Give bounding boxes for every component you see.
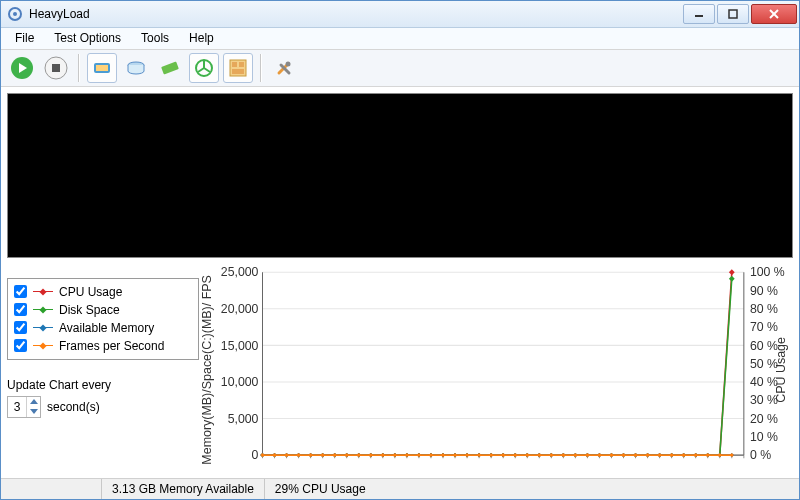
update-interval-spinner[interactable]: [7, 396, 41, 418]
svg-rect-220: [393, 453, 397, 457]
svg-rect-248: [730, 453, 734, 457]
legend-swatch-cpu: [32, 291, 54, 292]
svg-rect-215: [333, 453, 337, 457]
legend-checkbox-fps[interactable]: [14, 339, 27, 352]
svg-rect-228: [489, 453, 493, 457]
status-memory: 3.13 GB Memory Available: [101, 479, 264, 499]
menu-help[interactable]: Help: [181, 29, 222, 47]
update-interval-input[interactable]: [8, 400, 26, 414]
legend-box: CPU Usage Disk Space Available Memory Fr…: [7, 278, 199, 360]
svg-text:15,000: 15,000: [221, 338, 259, 352]
svg-rect-230: [513, 453, 517, 457]
svg-rect-3: [729, 10, 737, 18]
svg-text:70 %: 70 %: [750, 320, 778, 334]
svg-rect-210: [272, 453, 276, 457]
legend-checkbox-memory[interactable]: [14, 321, 27, 334]
svg-rect-212: [296, 453, 300, 457]
svg-rect-236: [585, 453, 589, 457]
app-window: HeavyLoad File Test Options Tools Help: [0, 0, 800, 500]
svg-rect-229: [501, 453, 505, 457]
legend-swatch-memory: [32, 327, 54, 328]
gpu-test-button[interactable]: [189, 53, 219, 83]
svg-rect-243: [669, 453, 673, 457]
legend-checkbox-disk[interactable]: [14, 303, 27, 316]
svg-rect-235: [573, 453, 577, 457]
menu-test-options[interactable]: Test Options: [46, 29, 129, 47]
legend-item-cpu: CPU Usage: [14, 283, 192, 301]
chart-controls: CPU Usage Disk Space Available Memory Fr…: [7, 266, 199, 474]
menu-bar: File Test Options Tools Help: [1, 28, 799, 49]
legend-label: Frames per Second: [59, 339, 164, 353]
svg-rect-223: [429, 453, 433, 457]
legend-swatch-fps: [32, 345, 54, 346]
svg-rect-211: [284, 453, 288, 457]
menu-file[interactable]: File: [7, 29, 42, 47]
options-button[interactable]: [269, 53, 299, 83]
svg-point-19: [286, 61, 291, 66]
treesize-button[interactable]: [223, 53, 253, 83]
svg-rect-11: [96, 65, 108, 71]
menu-tools[interactable]: Tools: [133, 29, 177, 47]
svg-rect-209: [260, 453, 264, 457]
svg-marker-20: [30, 399, 38, 404]
legend-item-memory: Available Memory: [14, 319, 192, 337]
svg-marker-21: [30, 409, 38, 414]
svg-rect-13: [161, 61, 179, 74]
svg-text:20,000: 20,000: [221, 302, 259, 316]
svg-text:0: 0: [252, 448, 259, 462]
app-icon: [7, 6, 23, 22]
svg-rect-238: [609, 453, 613, 457]
svg-rect-237: [597, 453, 601, 457]
svg-rect-226: [465, 453, 469, 457]
svg-text:10,000: 10,000: [221, 375, 259, 389]
spinner-up-icon[interactable]: [27, 397, 40, 407]
svg-rect-221: [405, 453, 409, 457]
title-bar: HeavyLoad: [1, 1, 799, 28]
update-suffix: second(s): [47, 400, 100, 414]
status-cpu: 29% CPU Usage: [264, 479, 376, 499]
update-label: Update Chart every: [7, 378, 199, 392]
svg-rect-17: [239, 62, 244, 67]
svg-rect-214: [320, 453, 324, 457]
svg-rect-9: [52, 64, 60, 72]
maximize-button[interactable]: [717, 4, 749, 24]
legend-checkbox-cpu[interactable]: [14, 285, 27, 298]
window-controls: [681, 4, 797, 24]
legend-label: Available Memory: [59, 321, 154, 335]
svg-rect-240: [633, 453, 637, 457]
chart-area: 05,00010,00015,00020,00025,0000 %10 %20 …: [199, 266, 793, 474]
svg-text:20 %: 20 %: [750, 411, 778, 425]
spinner-down-icon[interactable]: [27, 407, 40, 417]
svg-text:5,000: 5,000: [228, 411, 259, 425]
svg-text:0 %: 0 %: [750, 448, 771, 462]
svg-rect-213: [308, 453, 312, 457]
chart-panel: CPU Usage Disk Space Available Memory Fr…: [1, 262, 799, 478]
svg-rect-224: [441, 453, 445, 457]
svg-rect-216: [345, 453, 349, 457]
svg-rect-241: [645, 453, 649, 457]
test-display-area: [7, 93, 793, 258]
memory-test-button[interactable]: [155, 53, 185, 83]
svg-point-1: [13, 12, 17, 16]
status-bar: 3.13 GB Memory Available 29% CPU Usage: [1, 478, 799, 499]
svg-rect-231: [525, 453, 529, 457]
window-title: HeavyLoad: [29, 7, 681, 21]
start-button[interactable]: [7, 53, 37, 83]
svg-text:Memory(MB)/Space(C:)(MB)/ FPS: Memory(MB)/Space(C:)(MB)/ FPS: [200, 275, 214, 465]
legend-label: CPU Usage: [59, 285, 122, 299]
svg-text:25,000: 25,000: [221, 266, 259, 279]
cpu-test-button[interactable]: [87, 53, 117, 83]
close-button[interactable]: [751, 4, 797, 24]
minimize-button[interactable]: [683, 4, 715, 24]
toolbar-separator: [78, 54, 80, 82]
svg-rect-217: [357, 453, 361, 457]
svg-text:10 %: 10 %: [750, 430, 778, 444]
svg-rect-249: [729, 269, 735, 275]
svg-rect-234: [561, 453, 565, 457]
stop-button[interactable]: [41, 53, 71, 83]
disk-test-button[interactable]: [121, 53, 151, 83]
svg-rect-244: [682, 453, 686, 457]
svg-rect-219: [381, 453, 385, 457]
svg-rect-242: [657, 453, 661, 457]
svg-rect-245: [694, 453, 698, 457]
